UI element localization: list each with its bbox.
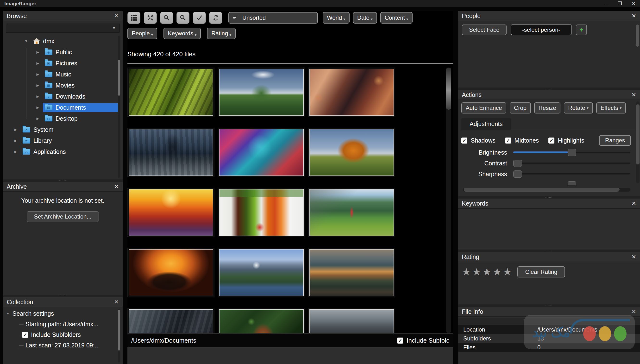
thumbnail-dog-leaves[interactable]	[218, 308, 305, 333]
tree-item-system[interactable]: ▶ ✕ System	[3, 124, 122, 135]
clipped-slider[interactable]	[513, 180, 630, 185]
zoom-in-button[interactable]	[160, 12, 173, 24]
tree-item-downloads[interactable]: ▶ ↓ Downloads	[3, 91, 122, 102]
auto-enhance-button[interactable]: Auto Enhance	[461, 102, 506, 114]
close-icon[interactable]: ✕	[114, 184, 119, 190]
close-icon[interactable]: ✕	[114, 13, 119, 19]
actions-horizontal-scrollbar[interactable]	[463, 188, 630, 192]
actions-vertical-scrollbar[interactable]	[636, 102, 640, 183]
restore-icon[interactable]: ❐	[618, 0, 622, 7]
close-window-icon[interactable]: ✕	[632, 0, 636, 7]
close-icon[interactable]: ✕	[114, 299, 119, 305]
expander-open-icon[interactable]: ▼	[6, 312, 10, 316]
panel-splitter[interactable]: ······	[3, 295, 122, 297]
checkbox-checked-icon[interactable]: ✓	[505, 138, 511, 144]
panel-splitter[interactable]: ······	[3, 179, 122, 182]
select-face-button[interactable]: Select Face	[462, 24, 506, 35]
expander-closed-icon[interactable]: ▶	[35, 106, 40, 110]
ranges-button[interactable]: Ranges	[599, 135, 631, 146]
people-scrollbar-thumb[interactable]	[636, 24, 639, 47]
tree-item-public[interactable]: ▶ ◈ Public	[3, 47, 122, 58]
thumbnail-motorcycle[interactable]	[128, 248, 214, 298]
checkbox-checked-icon[interactable]: ✓	[461, 138, 468, 144]
thumbnail-surfer-sunset[interactable]	[128, 188, 214, 237]
checkbox-checked-icon[interactable]: ✓	[548, 138, 554, 144]
people-filter-dropdown[interactable]: People ▾	[128, 28, 157, 39]
checkbox-checked-icon[interactable]: ✓	[397, 338, 403, 344]
set-archive-location-button[interactable]: Set Archive Location...	[27, 211, 99, 222]
rating-filter-dropdown[interactable]: Rating ▾	[207, 28, 236, 39]
panel-splitter[interactable]: ······	[458, 304, 640, 307]
thumbnail-tank-hangar[interactable]	[128, 308, 214, 333]
date-filter-dropdown[interactable]: Date ▾	[353, 12, 377, 24]
thumbnail-mountain-peak[interactable]	[218, 248, 305, 298]
browse-location-combobox[interactable]: ▼	[6, 24, 120, 33]
actions-vscroll-thumb[interactable]	[636, 104, 640, 164]
expander-closed-icon[interactable]: ▶	[35, 72, 40, 76]
brightness-slider[interactable]	[513, 148, 630, 156]
slider-handle[interactable]	[568, 149, 576, 156]
thumbnail-vegetable-juices[interactable]	[218, 188, 305, 237]
expander-closed-icon[interactable]: ▶	[35, 116, 40, 120]
contrast-slider[interactable]	[513, 159, 630, 167]
slider-handle[interactable]	[513, 160, 522, 167]
panel-splitter[interactable]: ······	[458, 196, 640, 198]
sort-dropdown[interactable]: Unsorted	[228, 12, 318, 24]
sharpness-slider[interactable]	[513, 170, 630, 178]
tree-item-pictures[interactable]: ▶ ▣ Pictures	[3, 58, 122, 69]
add-person-button[interactable]: +	[576, 24, 587, 35]
grid-scrollbar-thumb[interactable]	[446, 68, 451, 110]
fullscreen-button[interactable]	[144, 12, 157, 24]
thumbnail-stormy-mesa[interactable]	[308, 308, 395, 333]
tab-adjustments[interactable]: Adjustments	[461, 118, 511, 130]
close-icon[interactable]: ✕	[632, 13, 636, 19]
tree-item-movies[interactable]: ▶ ▦ Movies	[3, 80, 122, 91]
world-filter-dropdown[interactable]: World ▾	[323, 12, 350, 24]
thumbnail-girl-autumn[interactable]	[308, 68, 395, 117]
minimize-icon[interactable]: –	[606, 0, 608, 7]
actions-hscroll-thumb[interactable]	[464, 188, 620, 192]
resize-button[interactable]: Resize	[534, 102, 560, 114]
crop-button[interactable]: Crop	[510, 102, 531, 114]
grid-view-button[interactable]	[128, 12, 140, 24]
thumbnail-lone-tree[interactable]	[218, 68, 305, 117]
collection-scrollbar[interactable]	[118, 309, 120, 362]
thumbnail-green-leaves[interactable]	[128, 68, 214, 117]
expander-closed-icon[interactable]: ▶	[13, 128, 18, 132]
expander-closed-icon[interactable]: ▶	[13, 139, 18, 142]
tree-item-documents-selected[interactable]: ▶ ▤ Documents	[3, 102, 122, 113]
zoom-out-button[interactable]	[176, 12, 190, 24]
thumbnail-autumn-tree[interactable]	[308, 128, 395, 177]
tree-scrollbar[interactable]	[118, 36, 120, 178]
panel-splitter[interactable]: ······	[458, 88, 640, 90]
expander-closed-icon[interactable]: ▶	[13, 150, 18, 154]
select-button[interactable]	[193, 12, 206, 24]
expander-closed-icon[interactable]: ▶	[35, 94, 40, 98]
close-icon[interactable]: ✕	[632, 200, 636, 207]
clear-rating-button[interactable]: Clear Rating	[518, 266, 565, 278]
thumbnail-castle-night[interactable]	[128, 128, 214, 177]
tree-item-music[interactable]: ▶ ♪ Music	[3, 69, 122, 80]
expander-closed-icon[interactable]: ▶	[35, 84, 40, 87]
collection-scrollbar-thumb[interactable]	[118, 310, 120, 350]
thumbnail-fantasy-portrait[interactable]	[218, 128, 305, 177]
close-icon[interactable]: ✕	[632, 254, 636, 260]
panel-splitter[interactable]: ······	[458, 250, 640, 252]
slider-handle[interactable]	[568, 181, 576, 185]
close-icon[interactable]: ✕	[632, 92, 636, 98]
search-settings-node[interactable]: ▼ Search settings	[3, 308, 122, 319]
expander-closed-icon[interactable]: ▶	[35, 61, 40, 65]
tree-item-dmx[interactable]: ▼ dmx	[3, 36, 122, 47]
grid-scrollbar[interactable]	[446, 68, 451, 333]
close-icon[interactable]: ✕	[632, 308, 636, 315]
thumbnail-sunset-reflection[interactable]	[308, 248, 395, 298]
expander-open-icon[interactable]: ▼	[24, 39, 29, 43]
refresh-button[interactable]	[209, 12, 222, 24]
rotate-dropdown-button[interactable]: Rotate ▾	[564, 102, 593, 114]
person-select-input[interactable]: -select person-	[511, 24, 572, 35]
slider-handle[interactable]	[513, 170, 522, 178]
content-filter-dropdown[interactable]: Content ▾	[380, 12, 412, 24]
expander-closed-icon[interactable]: ▶	[35, 50, 40, 54]
effects-dropdown-button[interactable]: Effects ▾	[596, 102, 626, 114]
tree-scrollbar-thumb[interactable]	[118, 60, 120, 96]
